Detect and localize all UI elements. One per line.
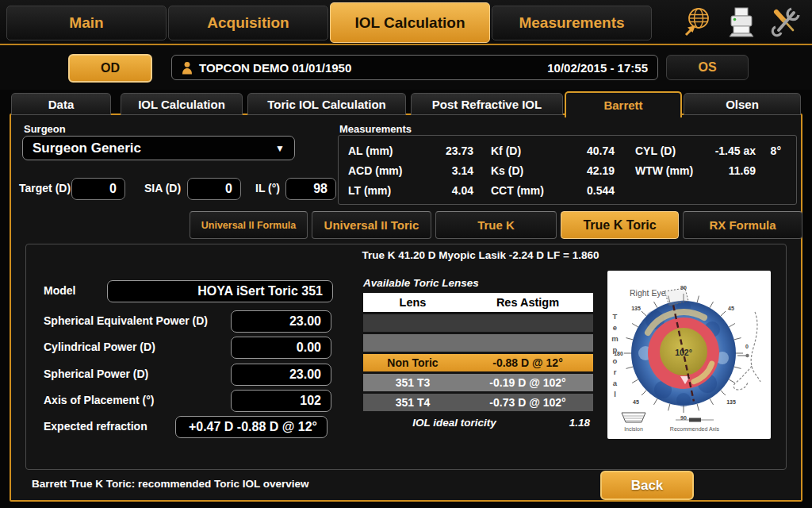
nav-tab-main[interactable]: Main	[6, 6, 167, 40]
incision-legend-label: Incision	[624, 426, 643, 432]
formula-universal-ii-button[interactable]: Universal II Formula	[190, 211, 308, 239]
lens-row-351-t4[interactable]: 351 T4 -0.73 D @ 102°	[363, 394, 593, 411]
model-field[interactable]: HOYA iSert Toric 351	[107, 280, 333, 302]
patient-icon	[182, 61, 193, 75]
network-export-icon[interactable]	[680, 6, 714, 39]
lens-table-title: Available Toric Lenses	[363, 277, 479, 289]
od-eye-button[interactable]: OD	[68, 54, 152, 83]
sia-field[interactable]: 0	[187, 178, 241, 200]
tab-data[interactable]: Data	[11, 93, 111, 115]
eye-title: Right Eye	[630, 288, 666, 298]
barrett-panel: Surgeon Surgeon Generic ▼ Target (D) 0 S…	[10, 114, 802, 502]
iol-calculation-screen: Main Acquisition IOL Calculation Measure…	[0, 0, 812, 508]
exam-datetime: 10/02/2015 - 17:55	[547, 61, 648, 75]
top-nav-bar: Main Acquisition IOL Calculation Measure…	[0, 0, 812, 45]
patient-name: TOPCON DEMO 01/01/1950	[199, 61, 547, 75]
target-label: Target (D)	[19, 182, 71, 194]
surgeon-dropdown-value: Surgeon Generic	[33, 140, 141, 156]
formula-button-row: Universal II Formula Universal II Toric …	[190, 211, 802, 239]
spherical-power-label: Spherical Power (D)	[44, 368, 148, 380]
cylindrical-power-label: Cylindrical Power (D)	[44, 341, 155, 353]
tab-barrett[interactable]: Barrett	[565, 91, 682, 117]
model-label: Model	[44, 284, 75, 297]
svg-text:45: 45	[728, 306, 734, 311]
nav-toolbar-icons	[680, 6, 802, 39]
iol-ideal-toricity-row: IOL ideal toricity 1.18	[363, 417, 593, 429]
axis-legend-label: Recommended Axis	[670, 426, 720, 432]
sep-field[interactable]: 23.00	[231, 310, 331, 333]
true-k-heading: True K 41.20 D Myopic Lasik -2.24 D LF =…	[350, 249, 611, 261]
lens-row-351-t3[interactable]: 351 T3 -0.19 D @ 102°	[363, 374, 593, 391]
tab-post-refractive-iol[interactable]: Post Refractive IOL	[411, 93, 563, 115]
formula-true-k-toric-button[interactable]: True K Toric	[561, 211, 679, 239]
cylindrical-power-field[interactable]: 0.00	[231, 337, 331, 359]
lens-row-empty-2[interactable]	[363, 334, 593, 352]
status-text: Barrett True K Toric: recommended Toric …	[32, 478, 309, 490]
chevron-down-icon: ▼	[275, 143, 285, 154]
result-box: Model HOYA iSert Toric 351 Spherical Equ…	[25, 244, 787, 470]
measurements-box: AL (mm)23.73 Kf (D)40.74 CYL (D)-1.45 ax…	[338, 135, 797, 205]
svg-text:45: 45	[633, 399, 639, 405]
tab-olsen[interactable]: Olsen	[684, 93, 801, 115]
sep-label: Spherical Equivalent Power (D)	[44, 314, 208, 327]
axis-value-label: 102°	[675, 348, 692, 357]
measurements-row: LT (mm)4.04 CCT (mm)0.544	[348, 180, 787, 200]
lens-row-non-toric-selected[interactable]: Non Toric -0.88 D @ 12°	[363, 354, 593, 371]
expected-refraction-label: Expected refraction	[44, 420, 147, 433]
nose-sketch	[733, 312, 760, 390]
spherical-power-field[interactable]: 23.00	[231, 364, 331, 386]
nav-tab-measurements[interactable]: Measurements	[492, 6, 652, 40]
patient-info-bar[interactable]: TOPCON DEMO 01/01/1950 10/02/2015 - 17:5…	[171, 55, 658, 80]
toric-axis-eye-diagram: 0 45 90 135 180 45 90 135 102° Right Eye	[607, 271, 771, 439]
expected-refraction-field[interactable]: +0.47 D -0.88 D @ 12°	[175, 416, 327, 438]
axis-placement-field[interactable]: 102	[231, 390, 331, 412]
settings-tools-icon[interactable]	[769, 6, 802, 39]
formula-universal-ii-toric-button[interactable]: Universal II Toric	[312, 211, 431, 239]
patient-header-row: OD TOPCON DEMO 01/01/1950 10/02/2015 - 1…	[0, 45, 812, 90]
surgeon-dropdown[interactable]: Surgeon Generic ▼	[22, 136, 295, 160]
nav-tab-acquisition[interactable]: Acquisition	[168, 6, 328, 40]
svg-text:135: 135	[726, 399, 736, 405]
svg-text:0: 0	[745, 344, 749, 349]
back-button[interactable]: Back	[600, 471, 694, 500]
lens-row-empty-1[interactable]	[363, 314, 593, 332]
axis-placement-label: Axis of Placement (°)	[44, 394, 154, 406]
measurements-row: ACD (mm)3.14 Ks (D)42.19 WTW (mm)11.69	[348, 160, 787, 180]
print-icon[interactable]	[725, 6, 758, 39]
eye-legend: Incision Recommended Axis	[622, 413, 720, 432]
os-eye-button[interactable]: OS	[666, 55, 749, 80]
toric-lens-table: Lens Res Astigm Non Toric -0.88 D @ 12° …	[363, 293, 593, 429]
measurements-title: Measurements	[339, 123, 412, 135]
measurements-row: AL (mm)23.73 Kf (D)40.74 CYL (D)-1.45 ax…	[348, 140, 787, 160]
formula-rx-formula-button[interactable]: RX Formula	[683, 211, 802, 239]
target-field[interactable]: 0	[71, 178, 125, 200]
formula-true-k-button[interactable]: True K	[435, 211, 557, 239]
lens-table-header: Lens Res Astigm	[363, 293, 593, 312]
surgeon-label: Surgeon	[24, 123, 66, 135]
temporal-label: Temporal	[611, 312, 619, 401]
section-tabstrip: Data IOL Calculation Toric IOL Calculati…	[0, 91, 812, 116]
svg-text:90: 90	[680, 285, 687, 291]
tab-toric-iol-calculation[interactable]: Toric IOL Calculation	[247, 93, 406, 115]
il-field[interactable]: 98	[285, 178, 336, 200]
sia-label: SIA (D)	[144, 182, 181, 194]
il-label: IL (°)	[255, 182, 280, 194]
svg-text:135: 135	[631, 306, 641, 311]
nav-tab-iol-calculation[interactable]: IOL Calculation	[330, 2, 490, 43]
tab-iol-calculation[interactable]: IOL Calculation	[121, 93, 243, 115]
